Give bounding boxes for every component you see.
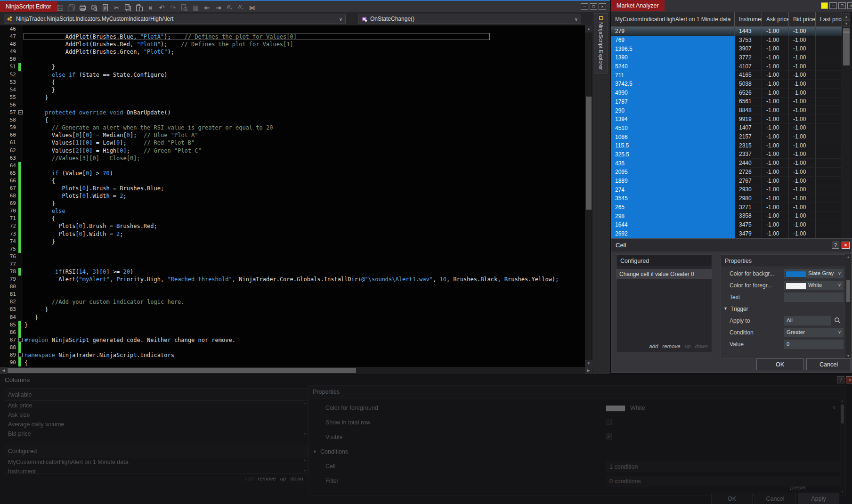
market-cell[interactable] <box>816 220 842 229</box>
market-row[interactable]: 7693753-1.00-1.00 <box>611 36 842 45</box>
code-line[interactable]: 49 AddPlot(Brushes.Green, "PlotC"); <box>0 48 585 56</box>
market-cell[interactable] <box>816 132 842 141</box>
color-dropdown[interactable]: White∨ <box>784 281 844 290</box>
code-line[interactable]: 76 <box>0 253 585 260</box>
market-cell[interactable] <box>816 185 842 194</box>
scroll-up-icon[interactable]: ▲ <box>845 254 851 260</box>
code-line[interactable]: 89−namespace NinjaTrader.NinjaScript.Ind… <box>0 351 585 359</box>
preset-link[interactable]: preset <box>790 485 805 490</box>
column-header[interactable]: Bid price <box>789 12 816 27</box>
scrollbar-thumb[interactable] <box>586 97 592 210</box>
fold-marker-icon[interactable]: − <box>18 110 23 114</box>
code-line[interactable]: 51 } <box>0 63 585 71</box>
scroll-right-icon[interactable]: ▶ <box>585 367 592 374</box>
market-cell[interactable]: 8848 <box>735 106 762 115</box>
code-line[interactable]: 87−#region NinjaScript generated code. N… <box>0 336 585 344</box>
market-cell[interactable]: 325.5 <box>611 150 735 159</box>
market-cell[interactable]: -1.00 <box>762 106 789 115</box>
apply-button[interactable]: Apply <box>798 493 839 504</box>
list-item[interactable]: MyCustomIndicatorHighAlert on 1 Minute d… <box>4 457 308 467</box>
redo-icon[interactable]: ↷ <box>169 3 178 12</box>
remove-link[interactable]: remove <box>258 476 276 481</box>
market-cell[interactable] <box>816 80 842 89</box>
scroll-up-icon[interactable]: ▲ <box>585 25 592 33</box>
scroll-down-icon[interactable]: ▼ <box>840 490 845 493</box>
up-link[interactable]: up <box>280 476 286 481</box>
cancel-button[interactable]: Cancel <box>806 358 851 370</box>
text-input[interactable] <box>784 293 844 302</box>
market-cell[interactable] <box>816 44 842 53</box>
market-cell[interactable]: -1.00 <box>789 36 816 45</box>
scroll-down-icon[interactable]: ▼ <box>585 360 592 367</box>
market-cell[interactable]: -1.00 <box>762 44 789 53</box>
market-row[interactable]: 2791443-1.00-1.00 <box>611 27 842 36</box>
market-cell[interactable] <box>816 115 842 124</box>
market-cell[interactable]: 1086 <box>611 132 735 141</box>
remove-link[interactable]: remove <box>662 343 680 349</box>
column-header[interactable]: MyCustomIndicatorHighAlert on 1 Minute d… <box>611 12 735 27</box>
market-cell[interactable]: -1.00 <box>789 115 816 124</box>
market-cell[interactable] <box>816 203 842 212</box>
market-cell[interactable]: -1.00 <box>789 150 816 159</box>
code-line[interactable]: 69 } <box>0 200 585 207</box>
market-cell[interactable]: -1.00 <box>762 229 789 238</box>
market-row[interactable]: 26923479-1.00-1.00 <box>611 229 842 238</box>
market-cell[interactable]: -1.00 <box>762 71 789 80</box>
market-cell[interactable]: -1.00 <box>762 168 789 177</box>
code-line[interactable]: 52 else if (State == State.Configure) <box>0 71 585 79</box>
market-cell[interactable]: -1.00 <box>762 98 789 106</box>
market-cell[interactable]: 3907 <box>735 44 762 53</box>
delete-icon[interactable]: × <box>146 3 155 12</box>
market-cell[interactable]: -1.00 <box>762 80 789 89</box>
comment-icon[interactable]: //+ <box>225 3 234 12</box>
code-line[interactable]: 77 <box>0 260 585 268</box>
market-cell[interactable]: 3479 <box>735 229 762 238</box>
market-cell[interactable]: 1394 <box>611 115 735 124</box>
uncomment-icon[interactable]: //− <box>236 3 245 12</box>
code-line[interactable]: 84 } <box>0 314 585 321</box>
find-icon[interactable] <box>180 3 189 12</box>
market-cell[interactable]: 1787 <box>611 98 735 106</box>
code-editor[interactable]: 4647 AddPlot(Brushes.Blue, "PlotA"); // … <box>0 25 585 367</box>
code-line[interactable]: 66 { <box>0 177 585 185</box>
market-cell[interactable] <box>816 194 842 203</box>
market-cell[interactable]: 6561 <box>735 98 762 106</box>
market-cell[interactable]: -1.00 <box>762 194 789 203</box>
code-line[interactable]: 80 <box>0 283 585 291</box>
editor-titlebar[interactable]: NinjaScript Editor ✂×↶↷▦⇤⇥//+//−⋈ ─ □ × <box>0 1 610 12</box>
code-line[interactable]: 55 } <box>0 94 585 101</box>
compile-icon[interactable]: ▦ <box>191 3 200 12</box>
market-cell[interactable]: 2980 <box>735 194 762 203</box>
market-cell[interactable] <box>816 150 842 159</box>
market-cell[interactable]: 3545 <box>611 194 735 203</box>
cell-properties-scrollbar[interactable]: ▲ ▼ <box>845 254 851 359</box>
print-icon[interactable] <box>78 3 87 12</box>
code-line[interactable]: 60 Values[0][0] = Median[0]; // Blue "Pl… <box>0 131 585 139</box>
market-cell[interactable]: -1.00 <box>762 132 789 141</box>
maximize-button[interactable]: □ <box>590 3 597 10</box>
market-cell[interactable]: 115.5 <box>611 141 735 150</box>
market-row[interactable]: 17876561-1.00-1.00 <box>611 98 842 106</box>
market-cell[interactable]: 1443 <box>735 27 762 36</box>
code-line[interactable]: 82 //Add your custom indicator logic her… <box>0 298 585 306</box>
market-cell[interactable]: 711 <box>611 71 735 80</box>
code-line[interactable]: 70 else <box>0 207 585 215</box>
market-cell[interactable]: 1396.5 <box>611 44 735 53</box>
market-cell[interactable] <box>816 89 842 98</box>
market-cell[interactable]: 4165 <box>735 71 762 80</box>
code-line[interactable]: 85} <box>0 321 585 329</box>
code-line[interactable]: 79 Alert("myAlert", Priority.High, "Reac… <box>0 276 585 283</box>
visual-studio-icon[interactable]: ⋈ <box>248 3 257 12</box>
market-cell[interactable]: 2157 <box>735 132 762 141</box>
help-button[interactable]: ? <box>837 376 844 383</box>
market-row[interactable]: 18892767-1.00-1.00 <box>611 177 842 186</box>
market-cell[interactable] <box>816 141 842 150</box>
ok-button[interactable]: OK <box>756 358 803 370</box>
list-item[interactable]: Instrument <box>4 467 308 474</box>
market-cell[interactable]: 3772 <box>735 53 762 62</box>
market-row[interactable]: 325.52337-1.00-1.00 <box>611 150 842 159</box>
market-cell[interactable]: -1.00 <box>789 194 816 203</box>
list-item[interactable]: Ask size <box>4 410 308 420</box>
search-icon[interactable] <box>834 317 841 326</box>
code-line[interactable]: 68 Plots[0].Width = 2; <box>0 192 585 200</box>
